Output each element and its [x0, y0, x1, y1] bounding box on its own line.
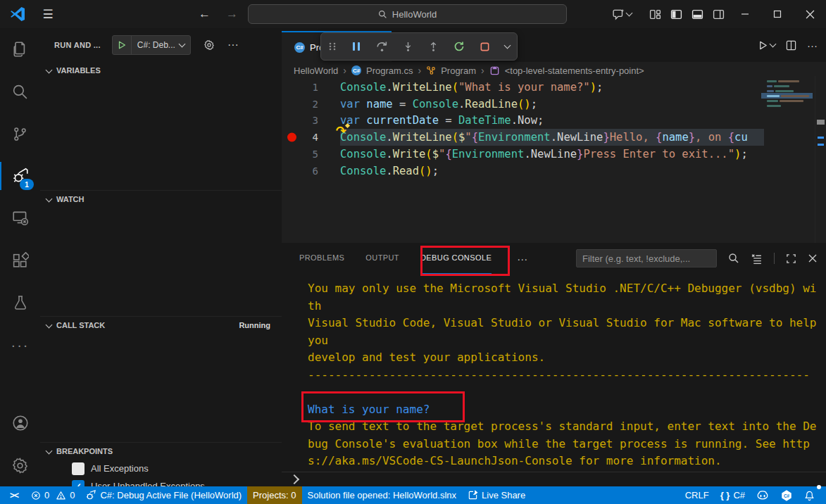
accounts-icon[interactable]	[0, 402, 40, 444]
variables-header[interactable]: VARIABLES	[40, 62, 282, 79]
code-text[interactable]: Console.Write($"{Environment.NewLine}Pre…	[340, 146, 826, 163]
debug-configuration-dropdown[interactable]: C#: Deb...	[131, 36, 190, 54]
code-line[interactable]: 3var currentDate = DateTime.Now;	[282, 113, 826, 130]
breadcrumb-file[interactable]: Program.cs	[366, 65, 413, 76]
start-debugging-button[interactable]	[113, 36, 131, 54]
run-and-debug-icon[interactable]: 1	[0, 155, 40, 197]
breadcrumb-project[interactable]: HelloWorld	[294, 65, 338, 76]
close-window-button[interactable]	[794, 0, 826, 28]
editor-gutter[interactable]: 1	[282, 81, 318, 94]
debug-settings-gear-icon[interactable]	[204, 39, 215, 51]
code-line[interactable]: 1Console.WriteLine("What is your name?")…	[282, 79, 826, 96]
eol-indicator[interactable]: CRLF	[680, 486, 715, 504]
debug-console-input[interactable]	[282, 472, 826, 486]
projects-status[interactable]: Projects: 0	[247, 486, 301, 504]
maximize-panel-icon[interactable]	[786, 253, 796, 264]
search-value: HelloWorld	[392, 9, 437, 20]
close-panel-icon[interactable]	[808, 253, 818, 263]
testing-icon[interactable]	[0, 282, 40, 324]
forward-arrow-icon[interactable]: →	[226, 7, 238, 21]
toolbar-more-chevron-icon[interactable]	[504, 42, 511, 49]
editor-gutter[interactable]: 3	[282, 114, 318, 127]
back-arrow-icon[interactable]: ←	[199, 7, 211, 21]
notifications-bell-icon[interactable]	[799, 486, 820, 504]
remote-explorer-icon[interactable]	[0, 197, 40, 239]
debug-status[interactable]: C#: Debug Active File (HelloWorld)	[80, 486, 247, 504]
code-line[interactable]: 4↷Console.WriteLine($"{Environment.NewLi…	[282, 129, 826, 146]
watch-header[interactable]: WATCH	[40, 191, 282, 208]
breadcrumb-entry-point[interactable]: <top-level-statements-entry-point>	[505, 65, 644, 76]
code-line[interactable]: 2var name = Console.ReadLine();	[282, 96, 826, 113]
code-text[interactable]: ↷Console.WriteLine($"{Environment.NewLin…	[340, 129, 826, 146]
tab-debug-console[interactable]: DEBUG CONSOLE	[420, 243, 492, 275]
breakpoints-header[interactable]: BREAKPOINTS	[40, 443, 282, 460]
minimize-button[interactable]	[729, 0, 761, 28]
code-text[interactable]: Console.WriteLine("What is your name?");	[340, 79, 826, 96]
step-over-icon[interactable]	[376, 41, 388, 53]
panel-actions	[728, 253, 818, 265]
execution-pointer-icon: ↷	[336, 125, 346, 137]
editor-gutter[interactable]: 5	[282, 148, 318, 160]
csharp-devkit-icon[interactable]: C#	[775, 486, 799, 504]
call-stack-header[interactable]: CALL STACK Running	[40, 317, 282, 334]
minimap[interactable]	[764, 76, 826, 243]
breadcrumb-separator: ›	[481, 65, 484, 76]
editor-gutter[interactable]: 6	[282, 165, 318, 177]
tab-problems[interactable]: PROBLEMS	[299, 243, 344, 275]
settings-gear-icon[interactable]	[0, 444, 40, 486]
checkbox-checked[interactable]: ✓	[72, 480, 85, 487]
code-text[interactable]: var currentDate = DateTime.Now;	[340, 113, 826, 130]
run-or-debug-button[interactable]	[758, 40, 775, 51]
toolbar-drag-handle[interactable]	[328, 41, 337, 52]
console-line: You may only use the Microsoft Visual St…	[308, 280, 826, 298]
tab-output[interactable]: OUTPUT	[365, 243, 399, 275]
extensions-icon[interactable]	[0, 239, 40, 282]
code-line[interactable]: 6Console.Read();	[282, 163, 826, 179]
code-line[interactable]: 5Console.Write($"{Environment.NewLine}Pr…	[282, 146, 826, 163]
menu-hamburger-icon[interactable]: ☰	[40, 7, 56, 21]
solution-status[interactable]: Solution file opened: HelloWorld.slnx	[302, 486, 463, 504]
toggle-secondary-sidebar-icon[interactable]	[708, 0, 729, 28]
breakpoint-item-user-unhandled[interactable]: ✓ User-Unhandled Exceptions	[40, 477, 282, 486]
search-view-icon[interactable]	[0, 70, 40, 113]
command-center-search[interactable]: HelloWorld	[248, 4, 567, 24]
source-control-icon[interactable]	[0, 113, 40, 155]
toggle-panel-icon[interactable]	[687, 0, 708, 28]
toggle-primary-sidebar-icon[interactable]	[665, 0, 687, 28]
stop-icon[interactable]	[480, 42, 490, 52]
pause-icon[interactable]	[351, 41, 361, 52]
clear-console-icon[interactable]	[751, 253, 763, 265]
chevron-down-icon	[46, 321, 53, 328]
code-editor[interactable]: 1Console.WriteLine("What is your name?")…	[282, 79, 826, 243]
language-indicator[interactable]: { } C#	[715, 486, 751, 504]
step-into-icon[interactable]	[403, 41, 413, 53]
views-more-actions-icon[interactable]: ···	[227, 39, 239, 51]
maximize-button[interactable]	[761, 0, 794, 28]
debug-console-filter-input[interactable]	[576, 249, 717, 267]
copilot-status-icon[interactable]	[751, 486, 775, 504]
problems-status[interactable]: 0 0	[25, 486, 80, 504]
editor-more-actions-icon[interactable]: ···	[807, 39, 818, 51]
restart-icon[interactable]	[453, 41, 465, 52]
panel-more-tabs-icon[interactable]: ···	[513, 253, 527, 265]
titlebar-actions	[613, 0, 826, 28]
split-editor-icon[interactable]	[786, 40, 796, 51]
code-text[interactable]: Console.Read();	[340, 163, 826, 179]
editor-scrollbar[interactable]	[815, 76, 826, 243]
additional-views-icon[interactable]: ···	[0, 324, 40, 366]
breakpoint-icon[interactable]	[287, 133, 296, 142]
minimap-code	[767, 80, 813, 110]
explorer-icon[interactable]	[0, 28, 40, 70]
checkbox-unchecked[interactable]	[72, 462, 85, 475]
customize-layout-icon[interactable]	[644, 0, 665, 28]
remote-indicator[interactable]: ><	[0, 486, 25, 504]
code-text[interactable]: var name = Console.ReadLine();	[340, 96, 826, 113]
editor-gutter[interactable]: 2	[282, 98, 318, 111]
step-out-icon[interactable]	[428, 41, 439, 53]
filter-search-icon[interactable]	[728, 253, 739, 264]
breakpoint-item-all-exceptions[interactable]: All Exceptions	[40, 460, 282, 477]
copilot-chat-button[interactable]	[613, 8, 632, 20]
breadcrumb-symbol[interactable]: Program	[441, 65, 476, 76]
live-share-status[interactable]: Live Share	[462, 486, 531, 504]
editor-gutter[interactable]: 4	[282, 131, 318, 144]
